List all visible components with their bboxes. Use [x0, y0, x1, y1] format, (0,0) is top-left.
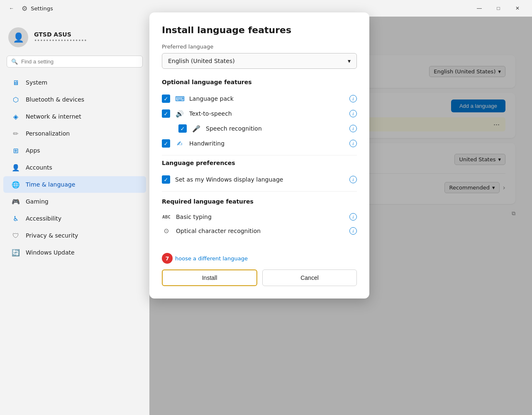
preferred-lang-label: Preferred language [162, 44, 357, 50]
accounts-icon: 👤 [12, 163, 20, 172]
sidebar-item-label: Windows Update [26, 249, 75, 256]
handwriting-info-icon[interactable]: i [349, 140, 357, 147]
feature-handwriting: ✓ ✍ Handwriting i [162, 136, 357, 151]
sidebar-item-accessibility[interactable]: ♿ Accessibility [3, 210, 146, 227]
search-box[interactable]: 🔍 [7, 56, 143, 68]
speech-rec-checkbox[interactable]: ✓ [178, 124, 187, 133]
tts-label: Text-to-speech [189, 110, 344, 117]
lang-prefs-title: Language preferences [162, 160, 357, 166]
ocr-label: Optical character recognition [176, 228, 344, 234]
tts-checkbox[interactable]: ✓ [162, 109, 170, 118]
sidebar-item-label: System [26, 79, 47, 86]
sidebar-item-bluetooth[interactable]: ⬡ Bluetooth & devices [3, 91, 146, 108]
window-controls: — □ ✕ [470, 2, 527, 15]
sidebar-item-update[interactable]: 🔄 Windows Update [3, 244, 146, 261]
feature-tts: ✓ 🔊 Text-to-speech i [162, 106, 357, 121]
modal-buttons: Install Cancel [162, 269, 357, 286]
display-lang-info-icon[interactable]: i [349, 176, 357, 183]
search-input[interactable] [21, 58, 138, 65]
update-icon: 🔄 [12, 248, 20, 257]
basic-typing-label: Basic typing [176, 214, 344, 220]
lang-pack-info-icon[interactable]: i [349, 95, 357, 102]
lang-pack-icon: ⌨ [175, 95, 184, 103]
cancel-button[interactable]: Cancel [262, 269, 357, 286]
avatar: 👤 [8, 27, 28, 47]
sidebar-item-label: Privacy & security [26, 232, 78, 239]
bluetooth-icon: ⬡ [12, 95, 20, 104]
close-button[interactable]: ✕ [508, 2, 527, 15]
ocr-icon: ⊙ [162, 227, 171, 235]
user-info: GTSD ASUS •••••••••••••••••• [34, 31, 87, 44]
privacy-icon: 🛡 [12, 231, 20, 240]
sidebar-item-privacy[interactable]: 🛡 Privacy & security [3, 227, 146, 244]
back-button[interactable]: ← [5, 2, 18, 15]
install-button[interactable]: Install [162, 269, 257, 286]
user-name: GTSD ASUS [34, 31, 87, 38]
sidebar-item-system[interactable]: 🖥 System [3, 74, 146, 91]
system-icon: 🖥 [12, 78, 20, 87]
sidebar-item-label: Apps [26, 147, 40, 154]
sidebar-item-network[interactable]: ◈ Network & internet [3, 108, 146, 125]
sidebar-item-apps[interactable]: ⊞ Apps [3, 142, 146, 159]
sidebar: 👤 GTSD ASUS •••••••••••••••••• 🔍 🖥 Syste… [0, 17, 149, 415]
sidebar-item-label: Gaming [26, 198, 49, 205]
tts-icon: 🔊 [175, 110, 184, 118]
user-email: •••••••••••••••••• [34, 38, 87, 44]
sidebar-item-label: Accessibility [26, 215, 61, 222]
display-lang-pref-label: Set as my Windows display language [175, 176, 344, 183]
personalization-icon: ✏ [12, 129, 20, 138]
nav-list: 🖥 System ⬡ Bluetooth & devices ◈ Network… [0, 74, 149, 261]
req-basic-typing: ABC Basic typing i [162, 210, 357, 224]
user-section: 👤 GTSD ASUS •••••••••••••••••• [0, 23, 149, 56]
sidebar-item-personalization[interactable]: ✏ Personalization [3, 125, 146, 142]
ocr-info-icon[interactable]: i [349, 227, 357, 235]
settings-icon: ⚙ [22, 5, 27, 12]
sidebar-item-accounts[interactable]: 👤 Accounts [3, 159, 146, 176]
preferred-lang-dropdown[interactable]: English (United States) ▾ [162, 53, 357, 69]
apps-icon: ⊞ [12, 146, 20, 155]
sidebar-item-gaming[interactable]: 🎮 Gaming [3, 193, 146, 210]
modal-footer: 7 hoose a different language Install Can… [162, 246, 357, 286]
lang-pack-label: Language pack [189, 95, 344, 102]
speech-rec-info-icon[interactable]: i [349, 125, 357, 132]
modal-title: Install language features [162, 25, 357, 35]
maximize-button[interactable]: □ [489, 2, 508, 15]
basic-typing-info-icon[interactable]: i [349, 213, 357, 221]
chevron-down-icon: ▾ [348, 58, 351, 64]
preferred-lang-value: English (United States) [168, 58, 235, 64]
sidebar-item-time[interactable]: 🌐 Time & language [3, 176, 146, 193]
req-ocr: ⊙ Optical character recognition i [162, 224, 357, 238]
handwriting-label: Handwriting [189, 140, 344, 147]
tts-info-icon[interactable]: i [349, 110, 357, 117]
handwriting-checkbox[interactable]: ✓ [162, 139, 170, 148]
speech-rec-icon: 🎤 [192, 125, 201, 133]
install-language-modal: Install language features Preferred lang… [149, 12, 369, 299]
lang-pack-checkbox[interactable]: ✓ [162, 95, 170, 103]
back-icon: ← [9, 5, 14, 11]
step-badge: 7 [162, 253, 173, 264]
basic-typing-icon: ABC [162, 214, 171, 220]
user-icon: 👤 [13, 32, 24, 43]
accessibility-icon: ♿ [12, 214, 20, 223]
sidebar-item-label: Accounts [26, 164, 52, 171]
feature-speech-rec: ✓ 🎤 Speech recognition i [162, 121, 357, 136]
sidebar-item-label: Bluetooth & devices [26, 96, 84, 103]
feature-lang-pack: ✓ ⌨ Language pack i [162, 91, 357, 106]
speech-rec-label: Speech recognition [206, 125, 344, 132]
gaming-icon: 🎮 [12, 197, 20, 206]
network-icon: ◈ [12, 112, 20, 121]
search-icon: 🔍 [11, 58, 18, 65]
optional-features-title: Optional language features [162, 79, 357, 85]
choose-lang-link[interactable]: hoose a different language [175, 255, 248, 262]
feature-display-lang: ✓ Set as my Windows display language i [162, 172, 357, 187]
sidebar-item-label: Time & language [26, 181, 75, 188]
sidebar-item-label: Network & internet [26, 113, 81, 120]
display-lang-checkbox[interactable]: ✓ [162, 175, 170, 184]
minimize-button[interactable]: — [470, 2, 489, 15]
titlebar-title: Settings [31, 5, 53, 12]
required-features-title: Required language features [162, 198, 357, 205]
time-icon: 🌐 [12, 180, 20, 189]
sidebar-item-label: Personalization [26, 130, 70, 137]
handwriting-icon: ✍ [175, 140, 184, 148]
